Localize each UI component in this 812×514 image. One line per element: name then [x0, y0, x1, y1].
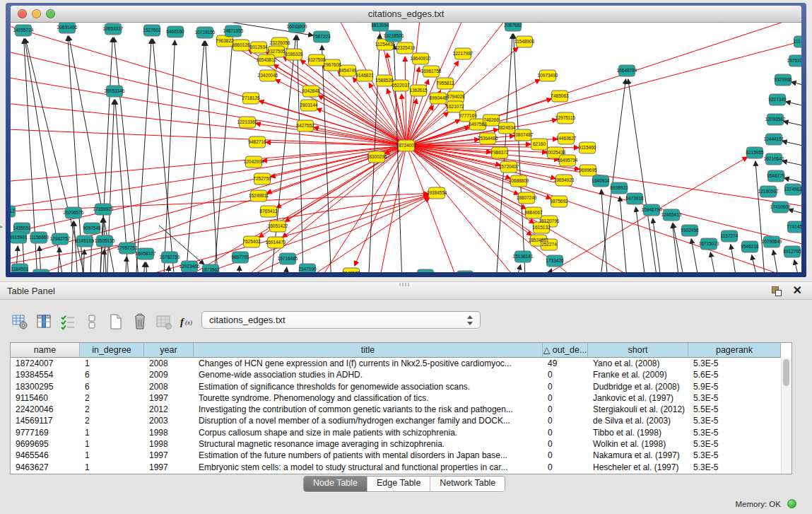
table-row[interactable]: 1456911722003Disruption of a novel membe… — [11, 415, 792, 426]
scrollbar-thumb[interactable] — [783, 359, 789, 386]
table-row[interactable]: 1938455462009Genome-wide association stu… — [11, 369, 792, 380]
table-cell: 2 — [80, 415, 144, 426]
graph-node-label: 9875692 — [550, 199, 568, 204]
graph-node-label: 1184501 — [11, 267, 29, 271]
memory-status-label: Memory: OK — [735, 500, 781, 508]
column-header-title[interactable]: title — [194, 343, 543, 358]
graph-node-label: 11156869 — [29, 235, 49, 240]
table-cell: 2003 — [144, 415, 194, 426]
column-header-short[interactable]: short — [588, 343, 688, 358]
graph-node-label: 12217987 — [453, 51, 473, 56]
graph-edge — [237, 266, 240, 272]
network-graph[interactable]: 1872400779638228860128891293423226058932… — [11, 23, 801, 272]
table-row[interactable]: 977716911998Corpus callosum shape and si… — [11, 427, 792, 438]
graph-edge — [355, 146, 406, 266]
graph-node-label: 8454749 — [339, 68, 357, 73]
table-cell: Disruption of a novel member of a sodium… — [194, 415, 543, 426]
table-cell: 5.6E-5 — [688, 369, 781, 380]
table-cell: 9699695 — [11, 438, 80, 450]
show-columns-icon[interactable] — [35, 313, 52, 330]
table-row[interactable]: 946554611997Estimation of the future num… — [11, 450, 792, 461]
table-panel-body: f(x) citations_edges.txt namein_degreeye… — [0, 300, 812, 514]
table-row[interactable]: 911546021997Tourette syndrome. Phenomeno… — [11, 392, 792, 404]
table-cell: 1 — [80, 462, 144, 473]
graph-node[interactable] — [457, 271, 473, 272]
graph-node-label: 1374963 — [784, 187, 801, 192]
graph-node-label: 62160 — [533, 141, 546, 146]
table-cell: 5.3E-5 — [688, 415, 781, 426]
new-table-icon[interactable] — [107, 313, 124, 330]
graph-node-label: 10653327 — [103, 26, 124, 31]
graph-node-label: 9329966 — [774, 77, 792, 82]
float-panel-icon[interactable] — [772, 286, 782, 296]
column-header-year[interactable]: year — [144, 343, 194, 358]
table-cell: 1997 — [144, 392, 194, 404]
table-cell: 0 — [543, 415, 588, 426]
table-row[interactable]: 1872400712008Changes of HCN gene express… — [11, 358, 792, 369]
graph-node-label: 2967608 — [323, 62, 341, 67]
graph-edge — [801, 192, 801, 207]
graph-node-label: 1362615 — [409, 88, 428, 93]
tab-edge-table[interactable]: Edge Table — [367, 477, 430, 491]
tab-node-table[interactable]: Node Table — [304, 477, 367, 491]
graph-node-label: 9227349 — [768, 97, 787, 102]
graph-edge — [731, 245, 741, 272]
graph-node-label: 16648784 — [617, 68, 637, 73]
delete-table-icon[interactable] — [131, 313, 148, 330]
network-canvas[interactable]: 1872400779638228860128891293423226058932… — [11, 23, 801, 272]
table-row[interactable]: 2242004622012Investigating the contribut… — [11, 404, 792, 415]
table-cell: 9777169 — [11, 427, 80, 438]
graph-edge — [755, 161, 767, 272]
window-titlebar[interactable]: citations_edges.txt — [11, 6, 801, 23]
graph-node-label: 16495794 — [558, 158, 578, 163]
column-header-in_degree[interactable]: in_degree — [80, 343, 144, 358]
table-vertical-scrollbar[interactable] — [781, 358, 792, 474]
row-height-icon[interactable] — [83, 313, 100, 330]
select-mode-icon[interactable] — [59, 313, 76, 330]
panel-resize-grip[interactable] — [399, 283, 411, 286]
memory-status-indicator[interactable] — [787, 499, 796, 508]
graph-edge — [11, 146, 406, 185]
graph-node-label: 12042994 — [244, 159, 264, 164]
table-cell: 0 — [543, 392, 588, 404]
graph-node-label: 1621072 — [446, 104, 464, 109]
status-bar: Memory: OK — [0, 495, 812, 514]
table-panel: Table Panel ✕ f(x) citations_edges.txt n… — [0, 281, 812, 514]
graph-node-label: 25364486 — [478, 136, 498, 141]
table-cell: Jankovic et al. (1997) — [588, 392, 688, 404]
graph-edge — [653, 218, 664, 272]
graph-node-label: 20206576 — [64, 210, 84, 215]
column-header-name[interactable]: name — [11, 343, 80, 358]
graph-edge — [752, 255, 763, 272]
graph-edge — [782, 141, 801, 156]
table-cell: Estimation of the future numbers of pati… — [194, 450, 543, 461]
table-row[interactable]: 1830029562008Estimation of significance … — [11, 381, 792, 392]
graph-node-label: 16033809 — [287, 24, 307, 29]
table-settings-icon[interactable] — [11, 313, 28, 330]
graph-node-label: 12325419 — [395, 45, 416, 50]
graph-node-label: 15136141 — [513, 254, 534, 259]
function-builder-icon[interactable]: f(x) — [180, 313, 196, 330]
table-header-row: namein_degreeyeartitle△ out_de...shortpa… — [11, 343, 792, 358]
table-row[interactable]: 946362711997Embryonic stem cells: a mode… — [11, 462, 792, 473]
graph-node-label: 904612 — [11, 209, 15, 214]
graph-node-label: 746266 — [483, 117, 499, 122]
graph-node-label: 11548908 — [514, 39, 535, 44]
table-source-dropdown[interactable]: citations_edges.txt — [201, 311, 481, 329]
graph-node-label: 1527602 — [143, 28, 161, 33]
panel-collapse-handle[interactable]: ▸ — [0, 223, 3, 230]
column-header-out_de[interactable]: △ out_de... — [543, 343, 588, 358]
tab-network-table[interactable]: Network Table — [430, 477, 505, 491]
graph-node-label: 8938923 — [610, 185, 628, 190]
graph-node-label: 12213369 — [237, 119, 258, 124]
graph-node-label: 2803144 — [300, 103, 318, 107]
table-cell: 0 — [543, 450, 588, 461]
table-row[interactable]: 969969511998Structural magnetic resonanc… — [11, 438, 792, 450]
graph-node-label: 7485063 — [551, 93, 569, 98]
graph-node-label: 12975115 — [555, 115, 576, 120]
column-header-pagerank[interactable]: pagerank — [688, 343, 781, 358]
graph-node-label: 1733426 — [546, 258, 564, 263]
close-panel-icon[interactable]: ✕ — [793, 284, 802, 297]
graph-node-label: 16120796 — [539, 218, 560, 223]
import-table-icon[interactable] — [155, 313, 172, 330]
